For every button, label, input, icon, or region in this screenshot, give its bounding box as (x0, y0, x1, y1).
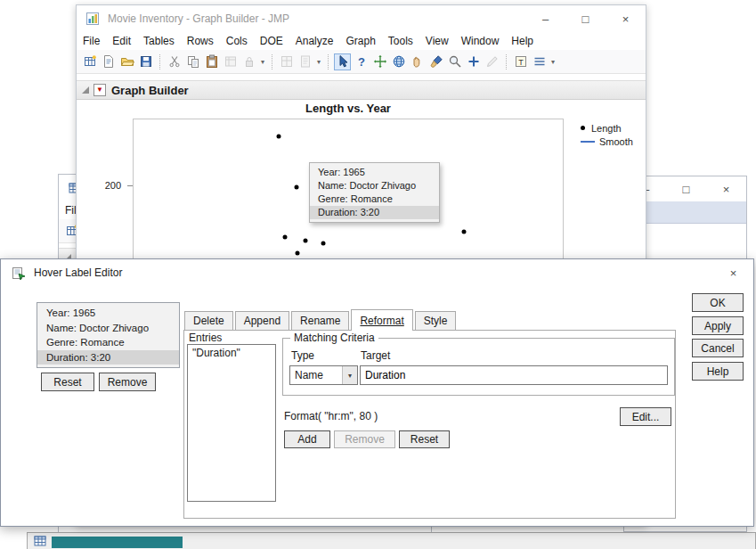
scatter-point[interactable] (277, 135, 281, 139)
chevron-down-icon[interactable]: ▾ (342, 366, 357, 384)
close-button[interactable]: × (713, 259, 753, 286)
preview-duration-selected[interactable]: Duration: 3:20 (37, 350, 179, 365)
legend-item-length: Length (581, 121, 633, 135)
apply-button[interactable]: Apply (692, 316, 744, 335)
open-icon[interactable] (118, 53, 135, 70)
annotate-icon[interactable]: T (512, 53, 529, 70)
tab-delete[interactable]: Delete (184, 311, 233, 331)
tab-append[interactable]: Append (235, 311, 289, 331)
legend-length-label[interactable]: Length (591, 123, 622, 134)
help-button[interactable]: Help (692, 362, 744, 381)
preview-genre[interactable]: Genre: Romance (37, 335, 179, 350)
table-panel-highlight (52, 537, 183, 548)
minimize-button[interactable]: – (525, 5, 565, 32)
preview-reset-button[interactable]: Reset (41, 373, 94, 391)
toolbar-separator (272, 54, 272, 70)
menu-item[interactable]: Tools (382, 33, 419, 49)
chevron-down-icon[interactable]: ▾ (551, 58, 555, 66)
move-icon[interactable] (371, 53, 388, 70)
close-button[interactable]: × (606, 5, 646, 32)
target-input[interactable] (360, 365, 668, 385)
red-triangle-menu-icon[interactable]: ▼ (93, 84, 106, 96)
hover-label-preview: Year: 1965 Name: Doctor Zhivago Genre: R… (37, 302, 180, 368)
remove-button: Remove (334, 430, 395, 448)
tooltip-duration: Duration: 3:20 (310, 206, 439, 219)
menu-item[interactable]: Cols (220, 33, 254, 49)
copy-special-icon (222, 53, 239, 70)
menu-item[interactable]: View (419, 33, 455, 49)
new-script-icon[interactable] (100, 53, 117, 70)
entries-listbox[interactable]: "Duration" (187, 344, 276, 502)
copy-icon[interactable] (184, 53, 201, 70)
menu-item[interactable]: Analyze (289, 33, 340, 49)
tab-style[interactable]: Style (415, 311, 457, 331)
new-data-table-icon[interactable] (81, 53, 98, 70)
scatter-point[interactable] (283, 235, 288, 240)
paste-icon[interactable] (203, 53, 220, 70)
line-style-icon[interactable] (531, 53, 548, 70)
scatter-point[interactable] (304, 239, 308, 243)
ok-button[interactable]: OK (692, 293, 744, 312)
type-dropdown[interactable]: Name ▾ (289, 365, 358, 385)
journal-icon (297, 53, 313, 70)
preview-name[interactable]: Name: Doctor Zhivago (37, 321, 179, 336)
cancel-button[interactable]: Cancel (692, 339, 744, 357)
hover-label-editor-icon (10, 265, 27, 282)
maximize-button[interactable]: □ (565, 5, 606, 32)
chart-title: Length vs. Year (133, 102, 564, 115)
lock-icon (240, 53, 257, 70)
globe-icon[interactable] (390, 53, 407, 70)
close-button[interactable]: × (706, 176, 746, 201)
scatter-point[interactable] (321, 242, 326, 246)
y-axis-tick-label: 200 (82, 180, 121, 191)
report-title: Graph Builder (111, 84, 189, 97)
menu-item[interactable]: DOE (254, 33, 289, 49)
maximize-button[interactable]: □ (666, 176, 706, 201)
scatter-point[interactable] (296, 251, 300, 256)
svg-text:T: T (518, 58, 524, 67)
preview-year[interactable]: Year: 1965 (37, 306, 179, 321)
report-header: ▼ Graph Builder (77, 80, 646, 100)
edit-button[interactable]: Edit... (620, 407, 671, 426)
matching-criteria-label: Matching Criteria (290, 332, 378, 344)
help-icon[interactable]: ? (353, 53, 370, 70)
entries-label: Entries (189, 332, 222, 344)
preview-remove-button[interactable]: Remove (99, 373, 156, 391)
legend-smooth-label[interactable]: Smooth (599, 136, 633, 147)
graph-window-titlebar: Movie Inventory - Graph Builder - JMP – … (77, 5, 646, 32)
selection-arrow-icon[interactable] (334, 53, 351, 70)
chevron-down-icon[interactable]: ▾ (317, 58, 321, 66)
tooltip-year: Year: 1965 (310, 166, 439, 179)
bottom-window-fragment (27, 532, 756, 549)
hover-label-editor-dialog: Hover Label Editor × Year: 1965 Name: Do… (0, 258, 754, 527)
tab-reformat[interactable]: Reformat (351, 309, 412, 331)
menu-item[interactable]: Graph (339, 33, 381, 49)
type-label: Type (291, 349, 314, 362)
grabber-hand-icon[interactable] (409, 53, 426, 70)
magnifier-icon[interactable] (446, 53, 463, 70)
add-plus-icon[interactable] (465, 53, 482, 70)
tab-rename[interactable]: Rename (291, 311, 349, 331)
reset-button[interactable]: Reset (399, 430, 450, 448)
cut-icon[interactable] (166, 53, 183, 70)
menu-item[interactable]: File (77, 33, 106, 49)
entries-list-item[interactable]: "Duration" (188, 345, 275, 361)
disclosure-triangle-icon[interactable] (82, 86, 89, 94)
window-title: Movie Inventory - Graph Builder - JMP (108, 12, 289, 25)
scatter-point[interactable] (462, 230, 467, 234)
chevron-down-icon[interactable]: ▾ (261, 58, 264, 66)
type-dropdown-value: Name (290, 366, 342, 384)
menu-item[interactable]: Tables (137, 33, 181, 49)
brush-icon[interactable] (427, 53, 444, 70)
format-text: Format( "hr:m", 80 ) (284, 410, 378, 422)
toolbar-separator (328, 54, 329, 70)
add-button[interactable]: Add (284, 430, 330, 448)
menu-item[interactable]: Window (455, 33, 506, 49)
menu-item[interactable]: Rows (181, 33, 220, 49)
save-icon[interactable] (137, 53, 154, 70)
menu-item[interactable]: Help (505, 33, 540, 49)
scatter-point[interactable] (295, 185, 299, 190)
matching-criteria-group: Matching Criteria Type Target Name ▾ (282, 338, 675, 396)
menu-item[interactable]: Edit (106, 33, 137, 49)
dialog-titlebar: Hover Label Editor × (1, 259, 753, 286)
